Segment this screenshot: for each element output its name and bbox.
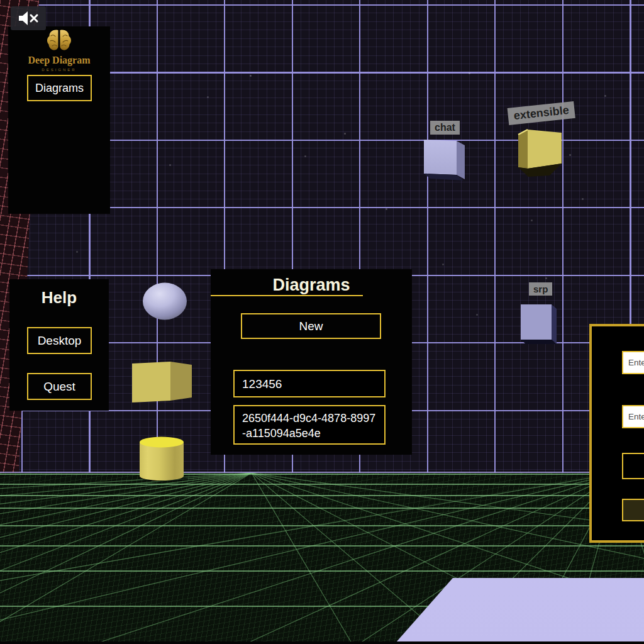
mute-button[interactable] bbox=[11, 6, 46, 30]
form-panel: Ente Ente bbox=[589, 324, 644, 543]
wall-floor-junction-line bbox=[0, 472, 644, 473]
form-field-empty[interactable] bbox=[622, 453, 644, 479]
diagrams-panel-title: Diagrams bbox=[211, 275, 412, 295]
platform-front-edge bbox=[0, 641, 644, 644]
diagrams-panel: Diagrams New 123456 2650f444-d9c4-4878-8… bbox=[211, 269, 412, 455]
help-quest-button[interactable]: Quest bbox=[27, 373, 92, 400]
form-text-input-1[interactable]: Ente bbox=[622, 351, 644, 374]
diagram-next-field-partial[interactable] bbox=[211, 295, 363, 300]
new-diagram-button[interactable]: New bbox=[241, 313, 381, 339]
help-panel-title: Help bbox=[9, 288, 109, 308]
brain-logo-icon bbox=[45, 28, 74, 52]
diagram-uuid-field[interactable]: 2650f444-d9c4-4878-8997-a115094a5e4e bbox=[233, 405, 386, 445]
help-desktop-button[interactable]: Desktop bbox=[27, 327, 92, 354]
muted-speaker-icon bbox=[17, 9, 40, 27]
cube-label-srp: srp bbox=[529, 282, 552, 296]
diagrams-menu-button[interactable]: Diagrams bbox=[27, 75, 92, 101]
brand-name: Deep Diagram bbox=[8, 55, 110, 66]
brand-tagline: DESIGNER bbox=[8, 68, 110, 72]
cube-label-chat: chat bbox=[430, 121, 460, 135]
vr-scene-viewport: chat extensible srp Deep Diagram DESIGNE… bbox=[0, 0, 644, 644]
brand-panel: Deep Diagram DESIGNER Diagrams bbox=[8, 26, 110, 214]
diagram-code-field[interactable]: 123456 bbox=[233, 370, 386, 397]
form-submit-button[interactable] bbox=[622, 499, 644, 521]
help-panel: Help Desktop Quest bbox=[9, 279, 109, 411]
form-text-input-2[interactable]: Ente bbox=[622, 405, 644, 428]
